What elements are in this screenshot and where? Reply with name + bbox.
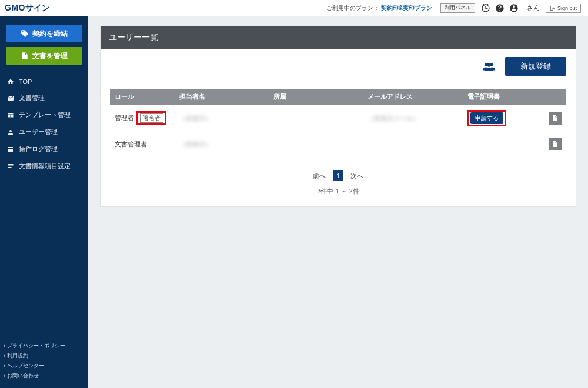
pager-prev[interactable]: 前へ	[313, 172, 326, 180]
sidebar-label: ユーザー管理	[19, 128, 58, 136]
role-tag: 署名者	[140, 113, 163, 123]
sidebar-label: 文書管理	[19, 93, 45, 102]
footer-link-terms[interactable]: › 利用規約	[4, 351, 85, 361]
top-header: GMO サイン ご利用中のプラン： 契約印&実印プラン 利用パネル さん Sig…	[0, 0, 588, 16]
user-icon	[7, 129, 14, 136]
log-icon	[7, 146, 14, 153]
manage-docs-button[interactable]: 文書を管理	[6, 47, 82, 65]
sidebar-item-settings[interactable]: 文書情報項目設定	[0, 158, 88, 175]
pagination: 前へ 1 次へ 2件中 1 ～ 2件	[110, 170, 566, 196]
user-list-panel: ユーザー一覧 新規登録 ロール 担当者名 所属 メールアドレス 電	[100, 26, 576, 207]
col-cert: 電子証明書	[463, 89, 544, 105]
template-icon	[7, 112, 14, 119]
sidebar-item-templates[interactable]: テンプレート管理	[0, 106, 88, 123]
sidebar-item-users[interactable]: ユーザー管理	[0, 123, 88, 141]
row-doc-button[interactable]	[549, 112, 562, 125]
file-icon	[552, 114, 559, 122]
home-icon	[7, 78, 14, 85]
fields-icon	[7, 163, 14, 170]
sidebar-footer: › プライバシー・ポリシー › 利用規約 › ヘルプセンター › お問い合わせ	[0, 336, 88, 388]
logo-suffix: サイン	[25, 3, 50, 14]
apply-cert-button[interactable]: 申請する	[470, 112, 503, 124]
manage-docs-label: 文書を管理	[32, 51, 68, 61]
logo-prefix: GMO	[5, 3, 25, 12]
file-icon	[552, 140, 559, 148]
sidebar-item-top[interactable]: TOP	[0, 74, 88, 89]
sidebar-label: TOP	[19, 78, 32, 85]
user-table: ロール 担当者名 所属 メールアドレス 電子証明書 管理	[110, 89, 566, 156]
signout-icon	[550, 5, 556, 11]
doc-icon	[21, 52, 29, 60]
pager-count: 2件中 1 ～ 2件	[110, 187, 566, 196]
row-doc-button[interactable]	[549, 138, 562, 150]
plan-name[interactable]: 契約印&実印プラン	[381, 4, 432, 12]
alarm-icon[interactable]	[481, 4, 490, 13]
new-register-button[interactable]: 新規登録	[505, 57, 566, 76]
table-row[interactable]: 文書管理者 （非表示）	[110, 132, 566, 156]
role-main: 文書管理者	[115, 141, 147, 148]
signout-button[interactable]: Sign out	[546, 4, 581, 13]
col-name: 担当者名	[175, 89, 269, 105]
cell-name: （非表示）	[179, 115, 212, 122]
main-area: ユーザー一覧 新規登録 ロール 担当者名 所属 メールアドレス 電	[88, 16, 588, 388]
sign-contract-label: 契約を締結	[32, 29, 68, 39]
sidebar: 契約を締結 文書を管理 TOP 文書管理 テンプレート管理 ユーザー管理 操作ロ…	[0, 16, 88, 388]
table-row[interactable]: 管理者 署名者 （非表示） （非表示メール） 申請する	[110, 105, 566, 132]
plan-label: ご利用中のプラン：	[326, 4, 379, 12]
mail-icon	[7, 95, 14, 102]
col-email: メールアドレス	[363, 89, 463, 105]
footer-link-privacy[interactable]: › プライバシー・ポリシー	[4, 341, 85, 351]
sidebar-label: 操作ログ管理	[19, 145, 58, 153]
usage-panel-button[interactable]: 利用パネル	[440, 3, 475, 13]
role-main: 管理者	[115, 114, 134, 121]
pager-next[interactable]: 次へ	[350, 172, 363, 180]
group-icon[interactable]	[482, 61, 497, 72]
plan-info: ご利用中のプラン： 契約印&実印プラン	[326, 4, 432, 12]
cell-name: （非表示）	[179, 141, 212, 148]
tag-icon	[21, 29, 29, 38]
footer-link-contact[interactable]: › お問い合わせ	[4, 371, 85, 381]
sidebar-label: 文書情報項目設定	[19, 162, 71, 170]
sidebar-label: テンプレート管理	[19, 111, 71, 119]
sidebar-item-logs[interactable]: 操作ログ管理	[0, 141, 88, 158]
account-icon[interactable]	[509, 4, 519, 13]
help-icon[interactable]	[495, 4, 505, 13]
pager-page[interactable]: 1	[333, 170, 343, 181]
sign-contract-button[interactable]: 契約を締結	[6, 25, 82, 42]
signout-label: Sign out	[557, 5, 577, 11]
col-dept: 所属	[269, 89, 363, 105]
logo[interactable]: GMO サイン	[5, 3, 50, 14]
footer-link-help[interactable]: › ヘルプセンター	[4, 361, 85, 371]
sidebar-item-docs[interactable]: 文書管理	[0, 89, 88, 106]
user-suffix: さん	[527, 4, 540, 12]
cell-email: （非表示メール）	[368, 115, 419, 122]
col-role: ロール	[110, 89, 175, 105]
panel-title: ユーザー一覧	[101, 26, 576, 49]
